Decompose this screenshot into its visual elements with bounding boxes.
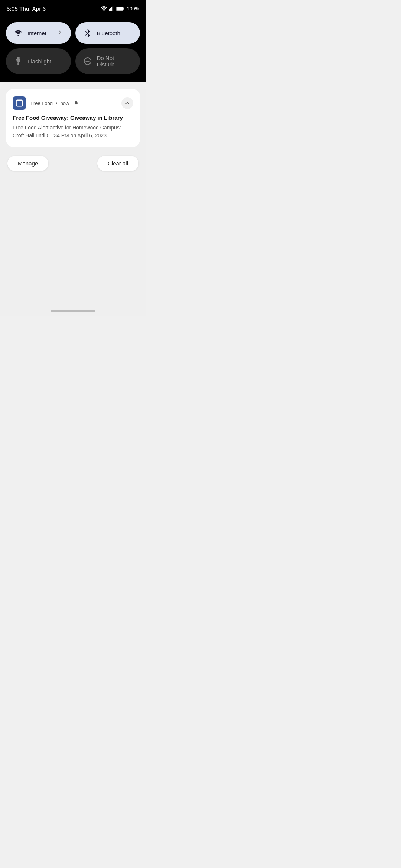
svg-line-11 bbox=[85, 31, 88, 33]
notification-actions: Manage Clear all bbox=[6, 156, 140, 171]
wifi-icon bbox=[14, 29, 22, 37]
bluetooth-icon bbox=[84, 29, 92, 37]
notif-separator: • bbox=[56, 101, 58, 106]
flashlight-label: Flashlight bbox=[27, 58, 63, 65]
notif-header: Free Food • now bbox=[13, 96, 133, 110]
svg-rect-3 bbox=[111, 7, 112, 11]
svg-rect-7 bbox=[117, 7, 123, 10]
svg-rect-13 bbox=[17, 57, 19, 59]
quick-settings-panel: Internet Bluetooth bbox=[0, 16, 146, 82]
flashlight-icon bbox=[14, 57, 22, 65]
dnd-icon bbox=[84, 57, 92, 65]
svg-rect-14 bbox=[17, 62, 19, 65]
svg-rect-4 bbox=[113, 6, 113, 11]
notifications-area: Free Food • now Free Food Giveaway: Give… bbox=[0, 82, 146, 304]
battery-icon bbox=[116, 6, 124, 11]
notification-card: Free Food • now Free Food Giveaway: Give… bbox=[6, 89, 140, 147]
notif-app-name: Free Food bbox=[30, 101, 53, 106]
bluetooth-label: Bluetooth bbox=[97, 30, 132, 36]
notif-app-info: Free Food • now bbox=[30, 100, 117, 106]
svg-point-8 bbox=[17, 35, 19, 36]
battery-percentage: 100% bbox=[127, 6, 139, 11]
home-bar bbox=[51, 310, 95, 312]
home-indicator-area bbox=[0, 304, 146, 316]
notif-body: Free Food Alert active for Homewood Camp… bbox=[13, 124, 133, 139]
signal-icon bbox=[109, 6, 114, 11]
svg-point-0 bbox=[103, 10, 104, 11]
chevron-right-icon bbox=[58, 30, 63, 36]
svg-rect-1 bbox=[109, 9, 110, 11]
bell-icon bbox=[74, 100, 79, 106]
notif-time: now bbox=[61, 101, 69, 106]
bluetooth-tile[interactable]: Bluetooth bbox=[75, 22, 140, 44]
app-icon bbox=[13, 96, 26, 110]
wifi-status-icon bbox=[101, 6, 107, 11]
svg-line-12 bbox=[85, 33, 88, 36]
manage-button[interactable]: Manage bbox=[7, 156, 48, 171]
svg-rect-2 bbox=[110, 8, 111, 11]
status-icons: 100% bbox=[101, 6, 139, 11]
notif-title: Free Food Giveaway: Giveaway in Library bbox=[13, 114, 133, 122]
status-time: 5:05 Thu, Apr 6 bbox=[7, 6, 46, 12]
dnd-label: Do Not Disturb bbox=[97, 55, 132, 68]
svg-rect-6 bbox=[123, 8, 124, 10]
clear-all-button[interactable]: Clear all bbox=[97, 156, 138, 171]
internet-tile[interactable]: Internet bbox=[6, 22, 71, 44]
status-bar: 5:05 Thu, Apr 6 100% bbox=[0, 0, 146, 16]
flashlight-tile[interactable]: Flashlight bbox=[6, 48, 71, 74]
dnd-tile[interactable]: Do Not Disturb bbox=[75, 48, 140, 74]
internet-label: Internet bbox=[27, 30, 52, 36]
svg-rect-17 bbox=[16, 100, 23, 106]
notif-collapse-button[interactable] bbox=[121, 97, 133, 109]
